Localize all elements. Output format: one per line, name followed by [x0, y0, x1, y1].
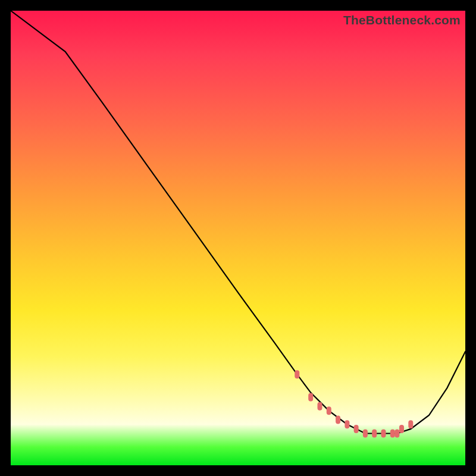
- marker-dot: [308, 393, 313, 401]
- plot-area: TheBottleneck.com: [11, 11, 465, 465]
- marker-dot: [372, 430, 377, 438]
- marker-dot: [408, 420, 413, 428]
- marker-dot: [381, 430, 386, 438]
- marker-dot: [394, 430, 399, 438]
- chart-frame: TheBottleneck.com: [11, 11, 465, 465]
- optimal-range-markers: [295, 370, 413, 437]
- marker-dot: [336, 416, 340, 424]
- marker-dot: [345, 420, 349, 428]
- marker-dot: [318, 402, 322, 411]
- chart-svg: [11, 11, 465, 465]
- marker-dot: [363, 430, 368, 438]
- bottleneck-curve-line: [11, 11, 465, 434]
- marker-dot: [390, 430, 395, 438]
- marker-dot: [354, 425, 359, 433]
- marker-dot: [399, 425, 404, 433]
- marker-dot: [295, 370, 299, 378]
- marker-dot: [327, 406, 331, 415]
